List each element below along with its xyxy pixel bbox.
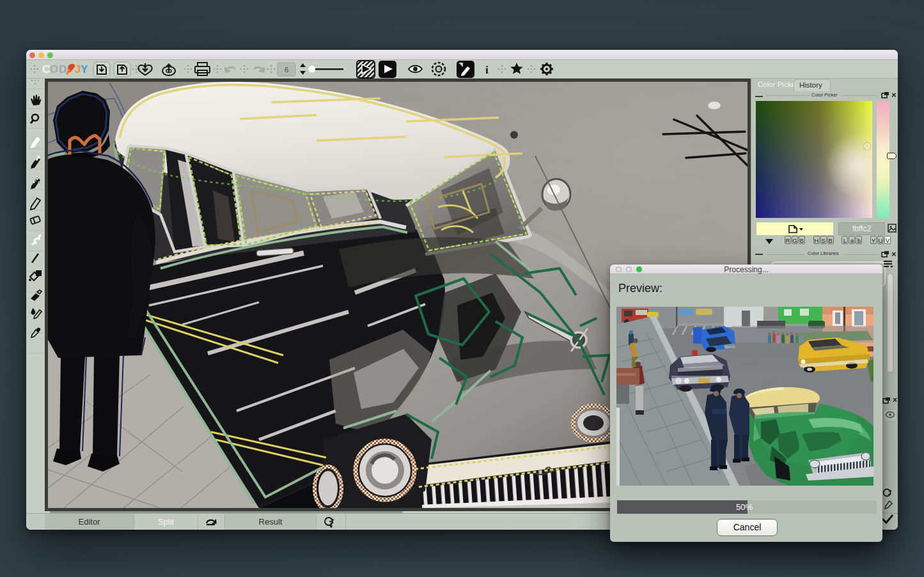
svg-text:i: i	[485, 64, 489, 76]
svg-text:D: D	[59, 63, 67, 75]
svg-text:O: O	[50, 63, 58, 75]
svg-text:6: 6	[285, 66, 288, 73]
svg-text:Y: Y	[81, 63, 88, 75]
svg-text:C: C	[42, 63, 50, 75]
